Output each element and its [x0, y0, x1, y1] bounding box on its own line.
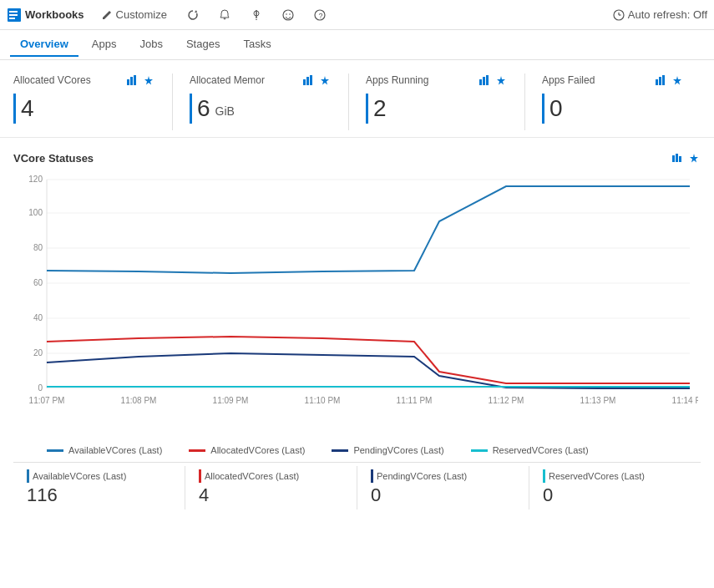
metric-chart-icon-apps-running[interactable] [478, 74, 491, 87]
svg-rect-23 [486, 75, 489, 85]
chart-section: VCore Statuses 0 20 40 60 [0, 138, 714, 509]
svg-rect-20 [310, 75, 312, 85]
svg-rect-19 [306, 77, 309, 85]
legend-value-number-allocated: 4 [199, 484, 343, 506]
metric-unit-memory: GiB [215, 104, 235, 118]
metric-bar-vcores [13, 94, 16, 124]
legend-value-allocated: AllocatedVCores (Last) 4 [185, 466, 357, 509]
metric-value-apps-running: 2 [366, 94, 508, 124]
svg-rect-28 [676, 154, 678, 162]
emoji-btn[interactable] [279, 8, 297, 23]
svg-text:11:07 PM: 11:07 PM [29, 396, 65, 405]
metric-allocated-vcores: Allocated VCores 4 [13, 74, 173, 130]
svg-rect-3 [9, 18, 15, 19]
metric-number-apps-failed: 0 [549, 95, 563, 122]
legend-label-available: AvailableVCores (Last) [68, 445, 162, 455]
svg-text:40: 40 [33, 313, 43, 322]
legend-label-reserved: ReservedVCores (Last) [493, 445, 589, 455]
legend-value-reserved: ReservedVCores (Last) 0 [529, 466, 701, 509]
workbooks-label: Workbooks [25, 8, 84, 21]
legend-value-bar-allocated [199, 469, 201, 483]
metric-chart-icon-apps-failed[interactable] [654, 74, 667, 87]
metric-label-memory: Allocated Memor [190, 74, 265, 86]
metric-label-vcores: Allocated VCores [13, 74, 91, 86]
pin-btn[interactable] [247, 8, 266, 23]
svg-rect-18 [303, 79, 306, 85]
svg-text:11:09 PM: 11:09 PM [213, 396, 249, 405]
help-btn[interactable]: ? [311, 8, 329, 23]
svg-rect-22 [483, 77, 485, 85]
bell-btn[interactable] [215, 8, 234, 23]
metric-apps-running: Apps Running 2 [349, 74, 525, 130]
svg-text:100: 100 [28, 208, 43, 217]
svg-rect-1 [9, 11, 18, 13]
top-bar: Workbooks Customize ? Auto refresh: Off [0, 0, 714, 30]
tab-jobs[interactable]: Jobs [129, 33, 172, 57]
legend-values-row: AvailableVCores (Last) 116 AllocatedVCor… [13, 462, 701, 509]
workbooks-logo[interactable]: Workbooks [7, 8, 84, 23]
metric-label-apps-failed: Apps Failed [542, 74, 595, 86]
legend-value-number-reserved: 0 [543, 484, 687, 506]
customize-button[interactable]: Customize [98, 7, 170, 23]
svg-text:11:08 PM: 11:08 PM [121, 396, 157, 405]
metric-header-memory: Allocated Memor [190, 74, 332, 87]
chart-expand-icon[interactable] [671, 151, 684, 165]
svg-rect-24 [656, 79, 658, 85]
workbooks-icon [7, 8, 22, 23]
metric-label-apps-running: Apps Running [366, 74, 428, 86]
svg-rect-17 [134, 75, 136, 85]
legend-pending: PendingVCores (Last) [332, 445, 443, 455]
svg-text:11:11 PM: 11:11 PM [397, 396, 433, 405]
chart-header-actions [671, 151, 701, 165]
metric-header-apps-running: Apps Running [366, 74, 508, 87]
metric-chart-icon-vcores[interactable] [125, 74, 139, 87]
tab-overview[interactable]: Overview [10, 33, 78, 57]
refresh-icon-btn[interactable] [184, 8, 202, 23]
legend-value-label-available: AvailableVCores (Last) [27, 469, 171, 483]
legend-value-bar-reserved [543, 469, 545, 483]
svg-text:11:13 PM: 11:13 PM [580, 396, 616, 405]
legend-label-pending: PendingVCores (Last) [353, 445, 443, 455]
metric-number-memory: 6 [197, 95, 210, 122]
clock-icon [613, 9, 625, 21]
svg-text:0: 0 [38, 383, 43, 393]
auto-refresh[interactable]: Auto refresh: Off [613, 8, 707, 21]
chart-header: VCore Statuses [13, 151, 701, 165]
metric-bar-apps-failed [542, 94, 544, 124]
metric-bar-apps-running [366, 94, 368, 124]
tab-bar: Overview Apps Jobs Stages Tasks [0, 30, 714, 60]
pencil-icon [101, 9, 113, 21]
metric-value-apps-failed: 0 [542, 94, 684, 124]
tab-apps[interactable]: Apps [82, 33, 127, 57]
metric-bar-memory [190, 94, 192, 124]
customize-label: Customize [116, 8, 167, 21]
legend-value-label-allocated: AllocatedVCores (Last) [199, 469, 343, 483]
pin-icon [251, 9, 262, 21]
chart-pin-icon[interactable] [687, 151, 701, 165]
svg-text:120: 120 [28, 175, 43, 184]
metric-pin-icon-vcores[interactable] [142, 74, 155, 87]
svg-point-8 [286, 13, 287, 15]
metric-pin-icon-memory[interactable] [318, 74, 332, 87]
svg-rect-27 [672, 155, 675, 162]
bell-icon [219, 9, 230, 21]
tab-stages[interactable]: Stages [176, 33, 230, 57]
metric-pin-icon-apps-failed[interactable] [671, 74, 684, 87]
tab-tasks[interactable]: Tasks [233, 33, 281, 57]
metric-allocated-memory: Allocated Memor 6 GiB [173, 74, 349, 130]
svg-rect-2 [9, 14, 18, 16]
svg-rect-16 [130, 77, 133, 85]
metric-chart-icon-memory[interactable] [301, 74, 315, 87]
legend-value-pending: PendingVCores (Last) 0 [357, 466, 529, 509]
emoji-icon [282, 9, 294, 21]
legend-allocated: AllocatedVCores (Last) [189, 445, 305, 455]
svg-rect-15 [127, 79, 129, 85]
metric-pin-icon-apps-running[interactable] [494, 74, 508, 87]
svg-rect-29 [679, 156, 681, 162]
legend-value-number-pending: 0 [371, 484, 515, 506]
svg-rect-26 [662, 75, 665, 85]
svg-text:11:10 PM: 11:10 PM [305, 396, 341, 405]
legend-color-pending [332, 449, 348, 452]
metrics-row: Allocated VCores 4 Allocated Memor [0, 60, 714, 138]
help-icon: ? [314, 9, 326, 21]
